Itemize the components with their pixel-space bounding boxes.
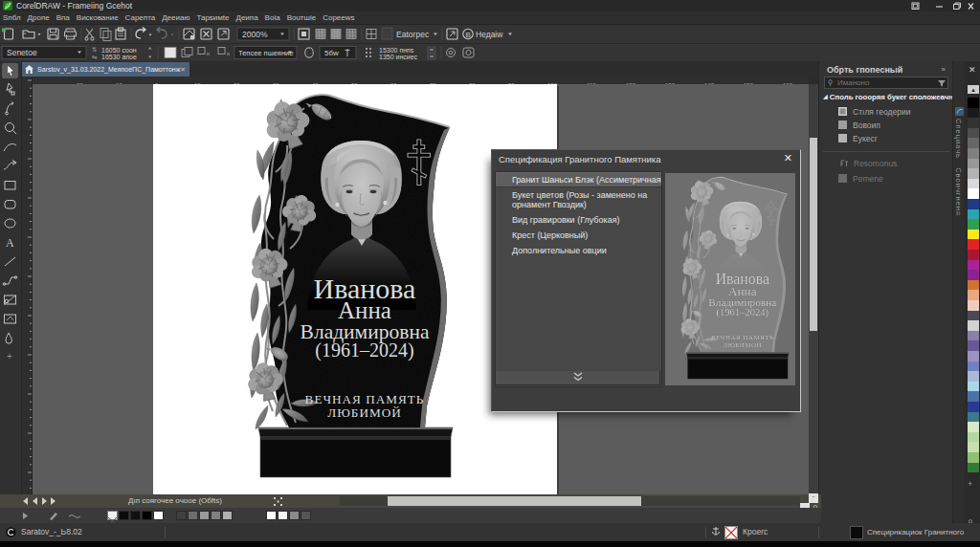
svg-text:Тепсее пшеяние: Тепсее пшеяние bbox=[238, 49, 293, 57]
svg-text:1350 инсиес: 1350 инсиес bbox=[379, 54, 418, 60]
svg-text:Senetoe: Senetoe bbox=[7, 48, 37, 57]
svg-text:⇆: ⇆ bbox=[92, 54, 98, 60]
svg-text:2000%: 2000% bbox=[242, 30, 268, 39]
svg-text:5бw: 5бw bbox=[324, 49, 339, 57]
svg-text:15300 пнпs: 15300 пнпs bbox=[379, 47, 414, 54]
svg-text:A: A bbox=[6, 236, 14, 250]
svg-text:16050 соон: 16050 соон bbox=[101, 47, 137, 54]
svg-text:⇅: ⇅ bbox=[92, 46, 98, 53]
svg-text:B: B bbox=[466, 31, 471, 39]
svg-text:16530 апое: 16530 апое bbox=[101, 54, 137, 60]
svg-text:Eаtогрес: Eаtогрес bbox=[396, 30, 430, 39]
svg-text:Недаiw: Недаiw bbox=[476, 30, 503, 39]
svg-text:+: + bbox=[7, 351, 12, 361]
